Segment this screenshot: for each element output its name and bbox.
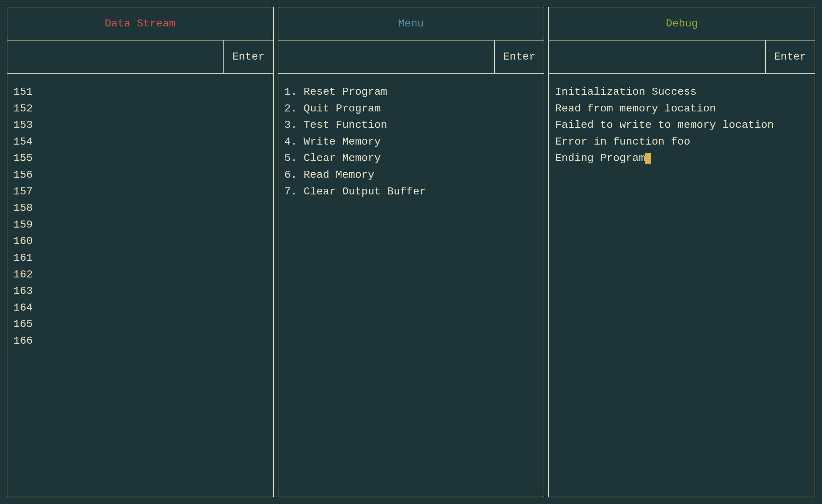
panel-title-menu: Menu: [278, 7, 544, 40]
menu-line: 6. Read Memory: [284, 167, 538, 183]
data-stream-line: 157: [13, 183, 267, 200]
menu-line: 7. Clear Output Buffer: [284, 183, 538, 200]
data-stream-line: 153: [13, 117, 267, 134]
data-stream-line: 152: [13, 100, 267, 117]
debug-line: Error in function foo: [555, 134, 809, 150]
data-stream-line: 161: [13, 250, 267, 266]
menu-line: 1. Reset Program: [284, 84, 538, 100]
debug-line: Failed to write to memory location: [555, 117, 809, 134]
data-stream-line: 164: [13, 300, 267, 316]
debug-line: Initialization Success: [555, 84, 809, 100]
data-stream-line: 162: [13, 266, 267, 283]
panel-body-debug: Initialization Success Read from memory …: [549, 74, 815, 497]
menu-line: 3. Test Function: [284, 117, 538, 134]
main-container: Data Stream Enter 151 152 153 154 155 15…: [7, 7, 815, 497]
panel-menu: Menu Enter 1. Reset Program 2. Quit Prog…: [278, 7, 545, 497]
menu-input[interactable]: [278, 40, 494, 73]
enter-button-debug[interactable]: Enter: [765, 40, 815, 73]
debug-line-with-cursor: Ending Program: [555, 150, 809, 167]
data-stream-line: 154: [13, 134, 267, 150]
menu-line: 2. Quit Program: [284, 100, 538, 117]
menu-line: 4. Write Memory: [284, 134, 538, 150]
panel-debug: Debug Enter Initialization Success Read …: [548, 7, 815, 497]
data-stream-line: 166: [13, 333, 267, 349]
debug-line-text: Ending Program: [555, 152, 645, 164]
data-stream-line: 158: [13, 200, 267, 217]
data-stream-line: 155: [13, 150, 267, 167]
data-stream-input[interactable]: [7, 40, 223, 73]
input-row-debug: Enter: [549, 40, 815, 74]
panel-title-debug: Debug: [549, 7, 815, 40]
cursor-icon: [645, 153, 651, 164]
data-stream-line: 151: [13, 84, 267, 100]
data-stream-line: 163: [13, 283, 267, 300]
data-stream-line: 156: [13, 167, 267, 183]
enter-button-data-stream[interactable]: Enter: [223, 40, 273, 73]
panel-title-data-stream: Data Stream: [7, 7, 273, 40]
menu-line: 5. Clear Memory: [284, 150, 538, 167]
panel-body-menu: 1. Reset Program 2. Quit Program 3. Test…: [278, 74, 544, 497]
input-row-data-stream: Enter: [7, 40, 273, 74]
panel-data-stream: Data Stream Enter 151 152 153 154 155 15…: [7, 7, 274, 497]
panel-body-data-stream: 151 152 153 154 155 156 157 158 159 160 …: [7, 74, 273, 497]
input-row-menu: Enter: [278, 40, 544, 74]
data-stream-line: 159: [13, 217, 267, 233]
debug-line: Read from memory location: [555, 100, 809, 117]
data-stream-line: 160: [13, 233, 267, 250]
enter-button-menu[interactable]: Enter: [494, 40, 544, 73]
debug-input[interactable]: [549, 40, 765, 73]
data-stream-line: 165: [13, 316, 267, 333]
